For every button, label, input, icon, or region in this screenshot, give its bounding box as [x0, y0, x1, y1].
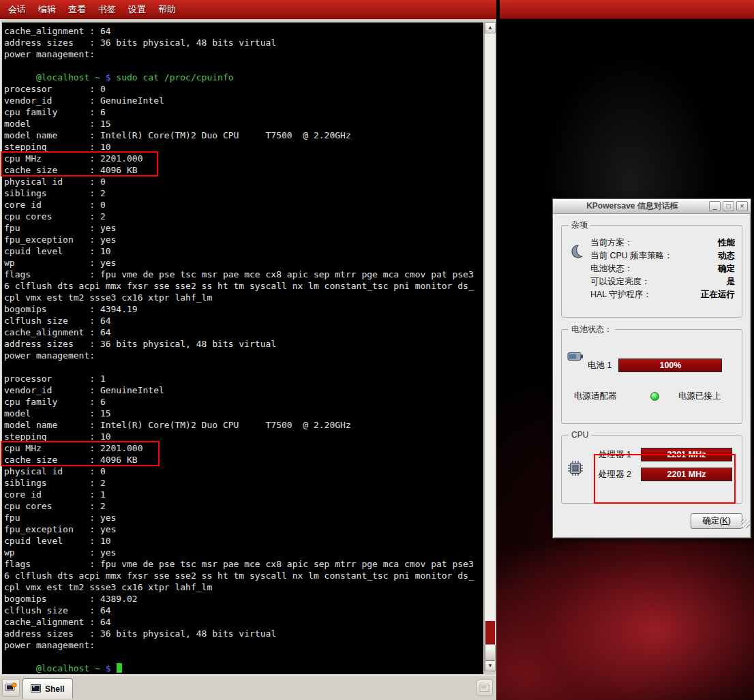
cpu-frequency-bar: 2201 MHz [641, 468, 732, 481]
terminal-line: stepping : 10 [4, 141, 483, 153]
terminal-line: model name : Intel(R) Core(TM)2 Duo CPU … [4, 419, 483, 431]
info-row: 可以设定亮度：是 [590, 275, 735, 288]
terminal-line: cpl vmx est tm2 ssse3 cx16 xtpr lahf_lm [4, 292, 483, 303]
terminal-line: fpu_exception : yes [4, 523, 483, 535]
suspend-moon-icon [567, 243, 584, 262]
terminal-line: model : 15 [4, 408, 483, 419]
battery-icon [567, 350, 584, 365]
terminal-line: vendor_id : GenuineIntel [4, 384, 483, 396]
close-button[interactable]: × [736, 201, 748, 211]
terminal-line [4, 60, 483, 72]
cpu-chip-icon [567, 460, 584, 479]
terminal-line: processor : 1 [4, 373, 483, 384]
right-window-titlebar [500, 0, 754, 19]
tab-shell[interactable]: Shell [22, 678, 73, 699]
terminal-line: bogomips : 4394.19 [4, 303, 483, 315]
terminal-line: cpu cores : 2 [4, 500, 483, 512]
terminal-line: physical id : 0 [4, 466, 483, 477]
info-row: 当前方案：性能 [590, 237, 735, 249]
dialog-title: KPowersave 信息对话框 [556, 200, 709, 212]
terminal-line: wp : yes [4, 547, 483, 558]
terminal-line: wp : yes [4, 257, 483, 269]
scroll-up-button[interactable]: ▲ [485, 22, 496, 33]
terminal-line: flags : fpu vme de pse tsc msr pae mce c… [4, 269, 483, 280]
menu-bar: 会话编辑查看书签设置帮助 [0, 0, 496, 19]
dialog-titlebar[interactable]: KPowersave 信息对话框 _ □ × [553, 199, 751, 214]
info-label: 电池状态： [590, 262, 633, 275]
screen: 会话编辑查看书签设置帮助 cache_alignment : 64address… [0, 0, 754, 700]
terminal-output[interactable]: cache_alignment : 64address sizes : 36 b… [2, 22, 483, 674]
info-value: 正在运行 [701, 288, 735, 301]
terminal-line: physical id : 0 [4, 176, 483, 187]
adapter-row: 电源适配器 电源已接上 [574, 391, 736, 402]
terminal-line: cpu cores : 2 [4, 211, 483, 222]
terminal-cursor [117, 663, 122, 673]
ok-button[interactable]: 确定(K) [691, 513, 742, 529]
terminal-line: address sizes : 36 bits physical, 48 bit… [4, 628, 483, 639]
session-list-icon [479, 683, 490, 693]
terminal-line: cache size : 4096 KB [4, 454, 483, 466]
info-label: HAL 守护程序： [590, 288, 652, 301]
cpu-group: CPU 处理器 12201 MHz处理器 22201 MHz [561, 430, 742, 504]
cpu-group-title: CPU [569, 430, 591, 440]
misc-group: 杂项 当前方案：性能当前 CPU 频率策略：动态电池状态：确定可以设定亮度：是H… [561, 219, 742, 318]
new-session-button[interactable] [2, 679, 20, 697]
terminal-line: power management: [4, 639, 483, 651]
terminal-line: siblings : 2 [4, 477, 483, 489]
menu-item[interactable]: 编辑 [32, 0, 62, 19]
info-value: 是 [727, 275, 736, 288]
terminal-line: cpuid level : 10 [4, 245, 483, 257]
terminal-line: stepping : 10 [4, 431, 483, 442]
scroll-down-button[interactable]: ▼ [485, 660, 496, 671]
terminal-line: cpu family : 6 [4, 106, 483, 118]
info-row: HAL 守护程序：正在运行 [590, 288, 735, 301]
terminal-line: fpu : yes [4, 512, 483, 523]
cpu-row: 处理器 22201 MHz [599, 468, 736, 481]
menu-item[interactable]: 设置 [122, 0, 152, 19]
minimize-button[interactable]: _ [709, 201, 721, 211]
terminal-line: cpu MHz : 2201.000 [4, 153, 483, 164]
scrollbar-thumb[interactable] [485, 644, 496, 660]
menu-item[interactable]: 会话 [2, 0, 32, 19]
terminal-line: fpu_exception : yes [4, 234, 483, 245]
adapter-label: 电源适配器 [574, 391, 650, 402]
power-led-icon [650, 392, 659, 401]
terminal-line: power management: [4, 350, 483, 361]
scrollbar-red-marker [485, 621, 495, 646]
terminal-frame: cache_alignment : 64address sizes : 36 b… [0, 19, 496, 675]
battery-label: 电池 1 [588, 360, 612, 371]
new-session-icon [5, 682, 17, 693]
terminal-scrollbar[interactable]: ▲ ▼ [484, 22, 495, 671]
terminal-icon [31, 683, 41, 695]
menu-item[interactable]: 帮助 [152, 0, 182, 19]
terminal-line: 6 clflush dts acpi mmx fxsr sse sse2 ss … [4, 570, 483, 581]
terminal-line: address sizes : 36 bits physical, 48 bit… [4, 37, 483, 48]
misc-group-title: 杂项 [569, 219, 590, 231]
info-row: 电池状态：确定 [590, 262, 735, 275]
konsole-window: 会话编辑查看书签设置帮助 cache_alignment : 64address… [0, 0, 496, 700]
battery-group-title: 电池状态： [569, 324, 615, 335]
terminal-line: model name : Intel(R) Core(TM)2 Duo CPU … [4, 130, 483, 141]
tab-label: Shell [45, 684, 65, 694]
terminal-line: clflush size : 64 [4, 315, 483, 326]
terminal-line: @localhost ~ $ [4, 663, 483, 674]
menu-item[interactable]: 查看 [62, 0, 92, 19]
resize-grip[interactable] [741, 519, 750, 528]
scrollbar-track[interactable] [485, 33, 496, 660]
terminal-line: address sizes : 36 bits physical, 48 bit… [4, 338, 483, 350]
battery-row: 电池 1 100% [588, 359, 736, 372]
terminal-line: cache_alignment : 64 [4, 616, 483, 628]
cpu-label: 处理器 1 [599, 449, 635, 461]
info-label: 可以设定亮度： [590, 275, 650, 288]
terminal-line: flags : fpu vme de pse tsc msr pae mce c… [4, 558, 483, 570]
menu-item[interactable]: 书签 [92, 0, 122, 19]
terminal-line: power management: [4, 48, 483, 60]
terminal-line: siblings : 2 [4, 187, 483, 199]
terminal-line [4, 361, 483, 373]
session-list-button[interactable] [477, 680, 493, 696]
maximize-button[interactable]: □ [723, 201, 734, 211]
terminal-line: processor : 0 [4, 83, 483, 95]
terminal-line: cpuid level : 10 [4, 535, 483, 547]
terminal-line: cpu MHz : 2201.000 [4, 442, 483, 454]
cpu-row: 处理器 12201 MHz [599, 448, 736, 461]
